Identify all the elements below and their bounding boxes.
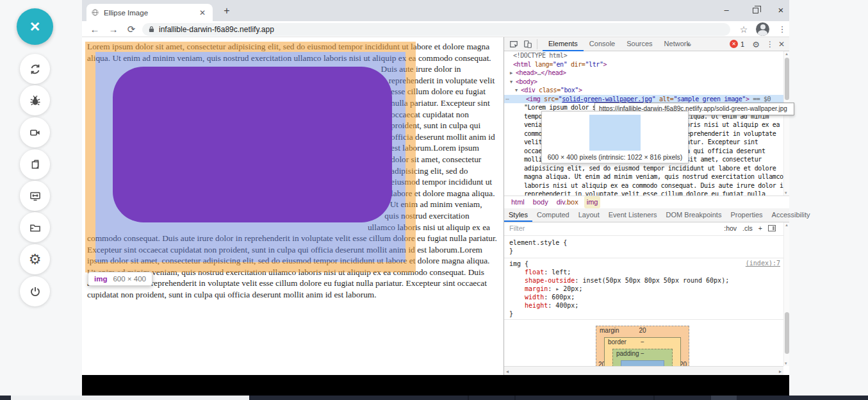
code-line[interactable]: <!DOCTYPE html> — [504, 51, 783, 60]
restore-button[interactable] — [745, 0, 766, 20]
error-badge[interactable]: ✕ 1 — [730, 40, 744, 48]
styles-scrollbar[interactable]: ▴ ▾ — [783, 222, 789, 366]
code-line[interactable]: shape-outside: inset(50px 50px 80px 50px… — [504, 276, 783, 285]
browser-menu-kebab-icon[interactable]: ⋮ — [775, 22, 789, 37]
toggle-sidebar-icon[interactable] — [768, 225, 776, 231]
styles-tab[interactable]: Accessibility — [767, 208, 815, 222]
scroll-down-icon[interactable]: ▾ — [785, 190, 787, 196]
code-line[interactable]: margin: ▸ 20px; — [504, 285, 783, 293]
capture-record-button[interactable] — [20, 117, 50, 147]
elements-scrollbar[interactable]: ▴ ▾ — [783, 51, 789, 196]
code-line[interactable]: div.box — [554, 196, 581, 208]
code-line[interactable]: <html lang="en" dir="ltr"> — [504, 60, 783, 69]
code-line[interactable]: ▼<div class="box"> — [504, 86, 783, 95]
code-line[interactable]: laboris nisi ut aliquip ex ea commodo co… — [504, 181, 783, 190]
styles-tab[interactable]: DOM Breakpoints — [662, 208, 726, 222]
box-model-content[interactable]: 600 × 400 — [621, 360, 664, 366]
element-style-rule[interactable]: element.style {} — [504, 238, 783, 255]
tab-close-icon[interactable]: ✕ — [197, 8, 208, 17]
screen: ✕ ⚙ Ellipse Image — [0, 0, 868, 400]
devtools-close-icon[interactable]: ✕ — [776, 39, 787, 49]
code-line[interactable]: } — [504, 247, 783, 255]
back-button[interactable]: ← — [88, 22, 102, 37]
code-line[interactable]: ▼<body> — [504, 78, 783, 87]
capture-screenshots-button[interactable] — [20, 149, 50, 179]
scrollbar-thumb[interactable] — [785, 312, 789, 354]
scroll-up-icon[interactable]: ▴ — [785, 51, 788, 56]
styles-tab[interactable]: Styles — [504, 208, 532, 222]
browser-toolbar: ← → ⟳ infallible-darwin-f6a89c.netlify.a… — [82, 21, 789, 37]
box-model-margin[interactable]: margin 20 20 20 border − padding − 600 ×… — [596, 326, 689, 366]
scrollbar-thumb[interactable] — [785, 58, 789, 100]
code-line[interactable]: ▶<head>…</head> — [504, 69, 783, 78]
new-rule-plus-button[interactable]: + — [758, 224, 762, 232]
breadcrumb[interactable]: htmlbodydiv.boximg — [504, 196, 789, 208]
code-line[interactable]: html — [509, 196, 527, 208]
element-size-tooltip: img 600 × 400 — [88, 272, 152, 286]
scroll-left-icon[interactable]: ◂ — [506, 369, 509, 374]
styles-horizontal-scrollbar[interactable]: ◂ ▸ — [504, 366, 783, 375]
scroll-up-icon[interactable]: ▴ — [785, 222, 788, 227]
capture-close-button[interactable]: ✕ — [17, 8, 53, 45]
code-line[interactable]: magna aliqua. Ut enim ad minim veniam, q… — [504, 172, 783, 181]
styles-tabs: StylesComputedLayoutEvent ListenersDOM B… — [504, 208, 789, 222]
bookmark-star-icon[interactable]: ☆ — [737, 22, 751, 37]
capture-power-button[interactable] — [20, 276, 50, 306]
devtools-settings-gear-icon[interactable]: ⚙ — [750, 39, 762, 49]
new-tab-button[interactable]: + — [219, 3, 234, 19]
error-count: 1 — [741, 40, 744, 48]
capture-fullwidth-button[interactable] — [20, 181, 50, 211]
folder-icon — [29, 221, 42, 234]
filter-input[interactable]: Filter — [509, 224, 525, 232]
browser-tab[interactable]: Ellipse Image ✕ — [86, 4, 213, 21]
hov-button[interactable]: :hov — [724, 224, 737, 232]
cls-button[interactable]: .cls — [742, 224, 753, 232]
styles-tab[interactable]: Event Listeners — [604, 208, 662, 222]
stylesheet-source-link[interactable]: (index):7 — [746, 260, 780, 267]
code-line[interactable]: ⋯<img src="solid-green-wallpaper.jpg" al… — [504, 95, 783, 104]
address-bar[interactable]: infallible-darwin-f6a89c.netlify.app — [142, 23, 730, 36]
capture-bug-button[interactable] — [20, 85, 50, 115]
code-line[interactable]: } — [504, 310, 783, 318]
video-camera-icon — [29, 126, 42, 139]
window-close-button[interactable]: × — [771, 0, 791, 20]
code-line[interactable]: body — [530, 196, 551, 208]
tab-title: Ellipse Image — [104, 9, 197, 17]
capture-folder-button[interactable] — [20, 212, 50, 242]
styles-tab[interactable]: Computed — [532, 208, 574, 222]
image-preview-tooltip: 600 × 400 pixels (intrinsic: 1022 × 816 … — [541, 111, 689, 163]
image-thumbnail — [589, 115, 641, 151]
devtools-tab[interactable]: Sources — [621, 37, 658, 51]
code-line[interactable]: height: 400px; — [504, 301, 783, 310]
styles-tab[interactable]: Properties — [726, 208, 767, 222]
img-css-rule[interactable]: img { float: left; shape-outside: inset(… — [504, 258, 783, 318]
code-line[interactable]: img { — [504, 260, 783, 268]
devtools-tab[interactable]: Elements — [543, 37, 584, 51]
styles-tab[interactable]: Layout — [574, 208, 604, 222]
reload-button[interactable]: ⟳ — [124, 22, 138, 37]
inspect-element-icon[interactable] — [508, 39, 520, 49]
code-line[interactable]: element.style { — [504, 238, 783, 247]
code-line[interactable]: reprehenderit in voluptate velit esse ci… — [504, 190, 783, 196]
image-dimensions: 600 × 400 pixels (intrinsic: 1022 × 816 … — [548, 153, 683, 161]
capture-settings-button[interactable]: ⚙ — [20, 244, 50, 274]
code-line[interactable]: img — [584, 196, 601, 208]
code-line[interactable]: adipisicing elit, sed do eiusmod tempor … — [504, 164, 783, 173]
device-toolbar-icon[interactable] — [522, 39, 534, 49]
capture-restart-button[interactable] — [20, 54, 50, 84]
box-model-border[interactable]: border − padding − 600 × 400 — [604, 337, 681, 366]
scroll-down-icon[interactable]: ▾ — [785, 361, 787, 366]
error-icon: ✕ — [730, 40, 738, 48]
scroll-right-icon[interactable]: ▸ — [779, 369, 782, 374]
box-model-padding[interactable]: padding − 600 × 400 — [612, 349, 673, 366]
code-line[interactable]: width: 600px; — [504, 293, 783, 301]
floated-image-placeholder — [85, 41, 416, 222]
code-line[interactable]: float: left; — [504, 268, 783, 276]
minimize-button[interactable]: – — [716, 0, 737, 20]
devtools-kebab-icon[interactable]: ⋮ — [764, 39, 776, 49]
offscreen-black-area — [82, 375, 789, 396]
devtools-tab[interactable]: Console — [584, 37, 621, 51]
profile-avatar[interactable] — [756, 22, 769, 36]
forward-button[interactable]: → — [106, 22, 120, 37]
more-tabs-chevron[interactable]: » — [684, 39, 695, 49]
